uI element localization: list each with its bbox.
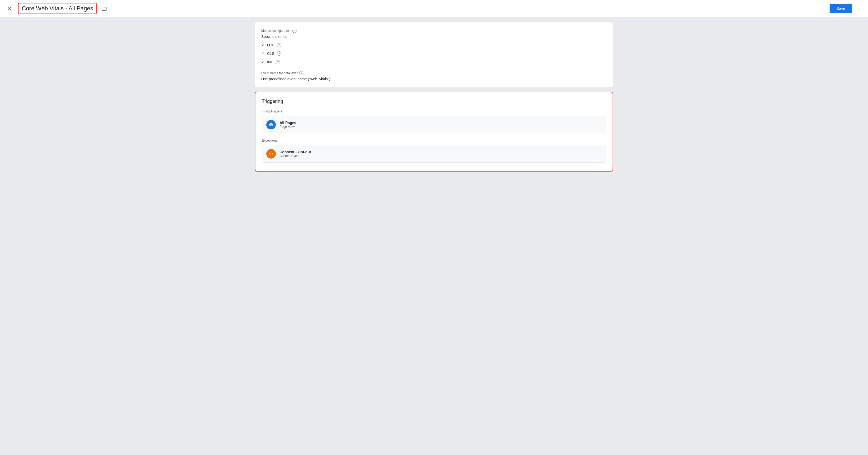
triggering-card: Triggering Firing Triggers All Pages Pag…: [255, 92, 613, 172]
code-icon: [269, 151, 273, 156]
all-pages-trigger-info: All Pages Page View: [280, 121, 296, 129]
close-button[interactable]: ✕: [4, 3, 15, 14]
save-button[interactable]: Save: [830, 4, 852, 13]
event-name-label: Event name for data layer ?: [261, 71, 607, 75]
folder-icon: [101, 6, 107, 11]
metrics-config-label: Metrics configuration ?: [261, 29, 607, 33]
cls-help-icon[interactable]: ?: [277, 52, 281, 56]
inp-help-icon[interactable]: ?: [276, 60, 280, 64]
consent-optout-trigger[interactable]: Consent - Opt-out Custom Event: [262, 145, 606, 163]
header-actions: Save ⋮: [830, 4, 864, 13]
cls-checkmark: ✓: [261, 52, 265, 56]
metrics-config-card: Metrics configuration ? Specific metrics…: [255, 22, 613, 87]
cls-label: CLS: [267, 52, 274, 56]
header: ✕ Core Web Vitals - All Pages Save ⋮: [0, 0, 868, 17]
consent-optout-trigger-info: Consent - Opt-out Custom Event: [280, 150, 311, 158]
app-container: ✕ Core Web Vitals - All Pages Save ⋮ Met…: [0, 0, 868, 455]
metric-row-cls: ✓ CLS ?: [261, 49, 607, 58]
all-pages-trigger[interactable]: All Pages Page View: [262, 116, 606, 133]
specific-metrics-label: Specific metrics: [261, 34, 607, 39]
all-pages-trigger-type: Page View: [280, 125, 296, 129]
more-options-button[interactable]: ⋮: [854, 4, 864, 13]
firing-triggers-section: Firing Triggers All Pages Page View: [262, 110, 606, 133]
consent-optout-icon: [266, 149, 276, 159]
exceptions-section: Exceptions Consent - Opt-out Custom Even…: [262, 139, 606, 163]
metric-row-inp: ✓ INP ?: [261, 58, 607, 66]
lcp-label: LCP: [267, 43, 274, 47]
lcp-help-icon[interactable]: ?: [277, 43, 281, 47]
main-content: Metrics configuration ? Specific metrics…: [249, 17, 619, 455]
metric-row-lcp: ✓ LCP ?: [261, 41, 607, 49]
lcp-checkmark: ✓: [261, 43, 265, 47]
metrics-list: ✓ LCP ? ✓ CLS ? ✓ INP ?: [261, 41, 607, 66]
event-name-value: Use predefined event name ("web_vitals"): [261, 77, 607, 81]
page-title: Core Web Vitals - All Pages: [18, 3, 97, 14]
triggering-title: Triggering: [262, 98, 606, 104]
title-wrapper: Core Web Vitals - All Pages: [18, 3, 827, 14]
exceptions-label: Exceptions: [262, 139, 606, 142]
all-pages-trigger-name: All Pages: [280, 121, 296, 125]
close-icon: ✕: [7, 5, 12, 12]
metrics-help-icon[interactable]: ?: [292, 29, 297, 33]
event-name-help-icon[interactable]: ?: [299, 71, 303, 75]
all-pages-icon: [266, 120, 276, 130]
folder-button[interactable]: [99, 4, 109, 13]
inp-label: INP: [267, 60, 273, 64]
consent-optout-trigger-type: Custom Event: [280, 154, 311, 158]
inp-checkmark: ✓: [261, 60, 265, 64]
firing-triggers-label: Firing Triggers: [262, 110, 606, 113]
consent-optout-trigger-name: Consent - Opt-out: [280, 150, 311, 154]
eye-icon: [269, 122, 273, 127]
more-icon: ⋮: [856, 5, 862, 12]
